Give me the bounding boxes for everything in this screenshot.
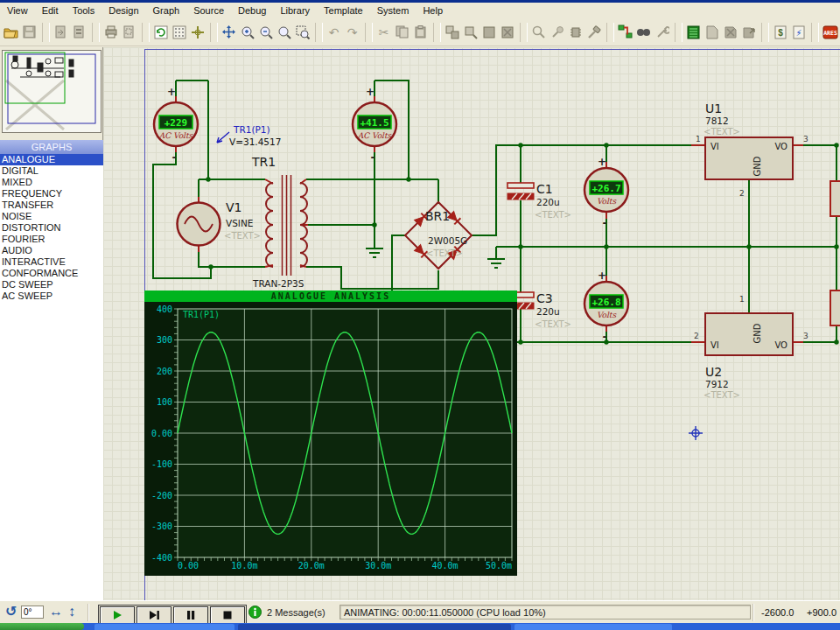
transformer-tr1[interactable]: TR1 TRAN-2P3S [251,155,307,289]
ac-voltmeter-2[interactable]: +41.5 AC Volts + - [353,86,396,164]
origin-button[interactable] [188,23,206,41]
meter-reading: +229 [164,117,188,129]
regulator-u2[interactable]: VI VO GND 2 3 1 U2 7912 <TEXT> [694,295,808,400]
load-resistor[interactable] [830,181,840,216]
redo-button[interactable]: ↷ [343,23,361,41]
start-button[interactable] [0,623,84,630]
pick-parts-button[interactable] [529,23,548,41]
analogue-graph-window[interactable]: ANALOGUE ANALYSIS 4003002001000.00-100-2… [144,290,517,576]
zoom-all-button[interactable] [275,23,293,41]
print-button[interactable] [102,23,120,41]
rotate-anticlockwise-icon[interactable]: ↺ [5,605,17,619]
bridge-rectifier[interactable]: BR1 2W005G <TEXT> [405,202,472,269]
voltage-probe[interactable]: TR1(P1) V=31.4517 [217,124,281,147]
flip-horizontal-icon[interactable]: ↔ [49,605,63,619]
menu-item[interactable]: Library [273,4,317,18]
toolbar-separator [811,23,819,42]
play-button[interactable] [100,606,135,624]
toolbar-separator [92,23,100,42]
info-icon[interactable] [248,606,262,622]
svg-text:-400: -400 [151,553,172,563]
graphs-list-item[interactable]: AC SWEEP [0,290,103,302]
goto-sheet-button[interactable] [739,23,758,41]
electrical-check-button[interactable]: ⚡ [789,23,808,41]
wire-autorouter-button[interactable] [616,23,634,41]
menu-item[interactable]: Template [317,4,370,18]
paste-button[interactable] [411,23,430,41]
decompose-button[interactable] [584,23,603,41]
import-section-button[interactable] [52,23,70,41]
new-sheet-button[interactable] [703,23,721,41]
menu-item[interactable]: Graph [146,4,187,18]
taskbar-window-button[interactable] [514,624,672,630]
capacitor-c1[interactable]: C1 220u <TEXT> [508,182,571,220]
regulator-u1[interactable]: VI VO GND 1 3 2 U1 7812 <TEXT> [696,102,808,198]
redraw-button[interactable] [151,23,170,41]
pause-button[interactable] [173,606,208,624]
menu-item[interactable]: Debug [231,4,273,18]
dc-voltmeter-1[interactable]: +26.7 Volts + - [584,156,628,229]
graphs-list-item[interactable]: DISTORTION [0,222,103,234]
grid-toggle-button[interactable] [170,23,188,41]
zoom-area-button[interactable] [293,23,312,41]
pan-button[interactable] [220,23,238,41]
block-copy-button[interactable] [443,23,461,41]
graphs-list-item[interactable]: DC SWEEP [0,279,103,290]
menu-item[interactable]: View [0,4,35,18]
load-resistor[interactable] [830,290,840,326]
design-explorer-button[interactable] [684,23,703,41]
zoom-out-button[interactable] [256,23,275,41]
remove-sheet-button[interactable] [721,23,739,41]
graphs-list-item[interactable]: TRANSFER [0,200,103,211]
property-assignment-button[interactable] [653,23,671,41]
ac-voltmeter-1[interactable]: +229 AC Volts + - [154,86,198,164]
graphs-list-item[interactable]: AUDIO [0,245,103,256]
step-button[interactable] [136,606,172,624]
dc-voltmeter-2[interactable]: +26.8 Volts + - [584,270,628,343]
block-rotate-button[interactable] [480,23,498,41]
undo-button[interactable]: ↶ [325,23,343,41]
zoom-in-button[interactable] [238,23,256,41]
block-move-button[interactable] [461,23,480,41]
mark-output-area-button[interactable] [120,23,138,41]
taskbar-window-button[interactable] [94,624,234,630]
menu-item[interactable]: System [370,4,416,18]
cut-button[interactable]: ✂ [374,23,393,41]
search-tag-button[interactable] [634,23,653,41]
copy-button[interactable] [393,23,411,41]
menu-item[interactable]: Help [416,4,450,18]
open-button[interactable] [2,23,20,41]
minimap-circuit-doodle [11,56,74,77]
menu-item[interactable]: Tools [66,4,102,18]
graphs-list-item[interactable]: MIXED [0,177,103,188]
graphs-list-item[interactable]: ANALOGUE [0,154,103,165]
menu-item[interactable]: Edit [35,4,66,18]
graphs-list-item[interactable]: DIGITAL [0,165,103,177]
flip-vertical-icon[interactable]: ↕ [68,605,75,619]
meter-unit: Volts [597,311,618,319]
graphs-list-item[interactable]: CONFORMANCE [0,268,103,279]
make-device-button[interactable] [548,23,566,41]
graphs-list-item[interactable]: INTERACTIVE [0,256,103,268]
ares-logo: ARES [823,29,837,36]
plus-sign: + [366,86,374,98]
packaging-tool-button[interactable] [566,23,584,41]
pin-number: 2 [739,189,745,198]
schematic-canvas[interactable]: +229 AC Volts + - +41.5 AC Volts + - +26… [103,47,840,600]
graphs-list-item[interactable]: FREQUENCY [0,188,103,200]
graphs-list-item[interactable]: NOISE [0,211,103,222]
stop-button[interactable] [210,606,245,624]
export-section-button[interactable] [70,23,88,41]
vsine-source[interactable]: V1 VSINE <TEXT> [178,200,261,246]
save-button[interactable] [20,23,38,41]
block-delete-button[interactable] [498,23,516,41]
message-count[interactable]: 2 Message(s) [267,607,326,618]
menu-item[interactable]: Source [186,4,231,18]
rotation-angle-input[interactable] [21,606,44,619]
bill-of-materials-button[interactable]: $ [771,23,789,41]
netlist-to-ares-button[interactable]: ARES [821,23,839,41]
taskbar-window-button[interactable] [238,624,511,630]
overview-minimap[interactable] [2,50,102,133]
graphs-list-item[interactable]: FOURIER [0,234,103,245]
menu-item[interactable]: Design [102,4,145,18]
